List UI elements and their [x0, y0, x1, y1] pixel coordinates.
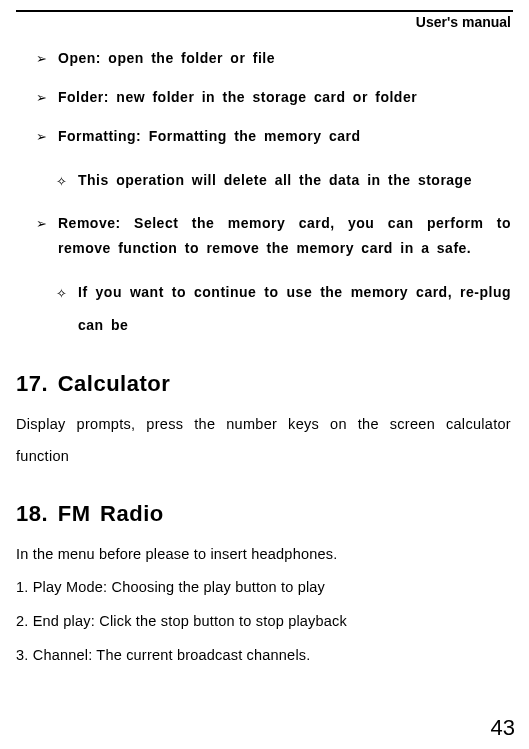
bullet-text: Open: open the folder or file: [58, 46, 511, 71]
bullet-text: Remove: Select the memory card, you can …: [58, 211, 511, 261]
header-title: User's manual: [16, 12, 513, 36]
fm-intro: In the menu before please to insert head…: [16, 539, 511, 571]
sub-text: If you want to continue to use the memor…: [78, 276, 511, 343]
diamond-bullet-icon: ✧: [56, 164, 78, 198]
bullet-text: Folder: new folder in the storage card o…: [58, 85, 511, 110]
page: User's manual ➢ Open: open the folder or…: [0, 10, 529, 749]
arrow-bullet-icon: ➢: [36, 124, 58, 149]
sub-text: This operation will delete all the data …: [78, 164, 511, 198]
sub-item-format-warning: ✧ This operation will delete all the dat…: [56, 164, 511, 198]
bullet-text: Formatting: Formatting the memory card: [58, 124, 511, 149]
section-heading-calculator: 17. Calculator: [16, 371, 511, 397]
fm-line-2: 2. End play: Click the stop button to st…: [16, 606, 511, 638]
bullet-item-open: ➢ Open: open the folder or file: [36, 46, 511, 71]
arrow-bullet-icon: ➢: [36, 85, 58, 110]
bullet-list: ➢ Open: open the folder or file ➢ Folder…: [36, 46, 511, 343]
diamond-bullet-icon: ✧: [56, 276, 78, 343]
bullet-item-folder: ➢ Folder: new folder in the storage card…: [36, 85, 511, 110]
content-area: ➢ Open: open the folder or file ➢ Folder…: [16, 46, 513, 672]
sub-item-replug: ✧ If you want to continue to use the mem…: [56, 276, 511, 343]
arrow-bullet-icon: ➢: [36, 211, 58, 261]
arrow-bullet-icon: ➢: [36, 46, 58, 71]
fm-line-1: 1. Play Mode: Choosing the play button t…: [16, 572, 511, 604]
page-number: 43: [491, 715, 515, 741]
bullet-item-remove: ➢ Remove: Select the memory card, you ca…: [36, 211, 511, 261]
section-heading-fm-radio: 18. FM Radio: [16, 501, 511, 527]
fm-line-3: 3. Channel: The current broadcast channe…: [16, 640, 511, 672]
bullet-item-formatting: ➢ Formatting: Formatting the memory card: [36, 124, 511, 149]
calculator-body: Display prompts, press the number keys o…: [16, 409, 511, 473]
